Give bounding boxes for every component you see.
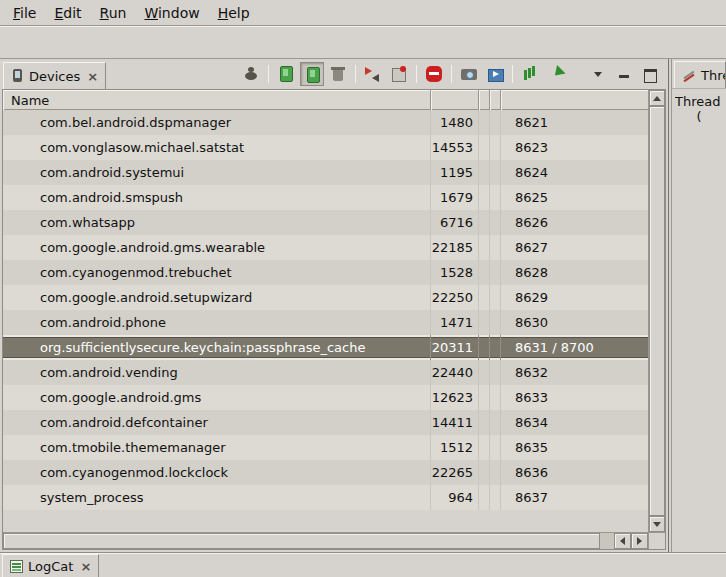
process-port: 8634 [501,410,648,435]
heap-indicator-cell [479,435,490,460]
process-pid: 22440 [431,360,479,385]
table-viewport: Name com.bel.android.dspmanager14808621c… [3,90,648,532]
menu-item-edit[interactable]: Edit [45,2,90,24]
process-pid: 22185 [431,235,479,260]
table-row[interactable]: com.whatsapp67168626 [3,210,648,235]
table-row[interactable]: com.android.vending224408632 [3,360,648,385]
close-icon[interactable]: × [80,559,91,574]
table-filler [3,510,648,532]
table-row[interactable]: com.google.android.gms.wearable221858627 [3,235,648,260]
process-port: 8623 [501,135,648,160]
scroll-left-button[interactable] [614,533,631,549]
process-port: 8632 [501,360,648,385]
update-heap-icon[interactable] [274,62,298,86]
vertical-scrollbar[interactable] [648,90,665,532]
thread-indicator-cell [490,335,501,360]
screen-capture-icon[interactable] [457,62,481,86]
column-header-port[interactable] [501,90,648,110]
column-header-name[interactable]: Name [3,90,431,110]
process-name: com.tmobile.thememanager [3,435,431,460]
menu-item-window[interactable]: Window [135,2,208,24]
stop-process-icon[interactable] [422,62,446,86]
arrow-right-icon [637,537,646,545]
process-pid: 1512 [431,435,479,460]
menu-item-run[interactable]: Run [91,2,136,24]
thread-indicator-cell [490,435,501,460]
heap-indicator-cell [479,260,490,285]
column-header-thread[interactable] [490,90,501,110]
dump-hprof-icon[interactable] [300,62,324,86]
close-icon[interactable]: × [87,69,98,84]
devices-view: Devices × Name com.bel.an [0,59,668,552]
scroll-right-button[interactable] [631,533,648,549]
thread-indicator-cell [490,110,501,135]
menu-item-file[interactable]: File [4,2,45,24]
process-port: 8633 [501,385,648,410]
horizontal-scrollbar[interactable] [3,532,648,549]
process-pid: 12623 [431,385,479,410]
process-pid: 1471 [431,310,479,335]
bottom-view-bar: LogCat × [0,552,726,577]
table-row[interactable]: com.android.phone14718630 [3,310,648,335]
table-row[interactable]: com.google.android.setupwizard222508629 [3,285,648,310]
start-method-profiling-icon[interactable] [387,62,411,86]
arrow-up-icon [653,92,661,101]
table-row[interactable]: com.android.smspush16798625 [3,185,648,210]
menu-item-help[interactable]: Help [209,2,259,24]
table-row[interactable]: com.google.android.gms126238633 [3,385,648,410]
horizontal-scroll-thumb[interactable] [3,533,600,549]
process-name: org.sufficientlysecure.keychain:passphra… [3,335,431,360]
table-row[interactable]: com.android.systemui11958624 [3,160,648,185]
thread-indicator-cell [490,360,501,385]
tab-devices[interactable]: Devices × [3,62,106,89]
table-row[interactable]: com.android.defcontainer144118634 [3,410,648,435]
tab-logcat[interactable]: LogCat × [2,554,99,577]
table-rows: com.bel.android.dspmanager14808621com.vo… [3,110,648,510]
process-pid: 6716 [431,210,479,235]
scroll-up-button[interactable] [649,90,665,106]
view-menu-icon[interactable] [586,62,610,86]
horizontal-scroll-track[interactable] [600,533,614,549]
device-icon [11,69,24,83]
process-pid: 964 [431,485,479,510]
table-row[interactable]: system_process9648637 [3,485,648,510]
column-header-pid[interactable] [431,90,479,110]
process-port: 8630 [501,310,648,335]
tab-threads[interactable]: Threads × [674,61,726,88]
table-row[interactable]: com.bel.android.dspmanager14808621 [3,110,648,135]
table-row[interactable]: org.sufficientlysecure.keychain:passphra… [3,335,648,360]
maximize-icon[interactable] [638,62,662,86]
vertical-scroll-thumb[interactable] [649,106,665,516]
update-threads-icon[interactable] [361,62,385,86]
process-name: com.google.android.gms.wearable [3,235,431,260]
scroll-down-button[interactable] [649,516,665,532]
column-header-heap[interactable] [479,90,490,110]
table-row[interactable]: com.cyanogenmod.trebuchet15288628 [3,260,648,285]
table-row[interactable]: com.vonglasow.michael.satstat145538623 [3,135,648,160]
top-toolbar-strip [0,26,726,59]
process-pid: 14411 [431,410,479,435]
screen-record-icon[interactable] [483,62,507,86]
heap-indicator-cell [479,310,490,335]
thread-indicator-cell [490,210,501,235]
table-row[interactable]: com.cyanogenmod.lockclock222658636 [3,460,648,485]
table-row[interactable]: com.tmobile.thememanager15128635 [3,435,648,460]
thread-indicator-cell [490,260,501,285]
thread-indicator-cell [490,185,501,210]
system-info-icon[interactable] [518,62,542,86]
debug-icon[interactable] [239,62,263,86]
arrow-left-icon [616,537,625,545]
cause-gc-icon[interactable] [326,62,350,86]
heap-indicator-cell [479,160,490,185]
threads-view: Threads × Thread up ( [671,59,726,552]
toolbar-separator [416,65,417,83]
process-port: 8635 [501,435,648,460]
toolbar-separator [268,65,269,83]
hierarchy-view-icon[interactable] [544,62,568,86]
minimize-icon[interactable] [612,62,636,86]
process-port: 8627 [501,235,648,260]
toolbar-separator [355,65,356,83]
table-main: Name com.bel.android.dspmanager14808621c… [3,90,665,532]
devices-tab-label: Devices [29,69,80,84]
heap-indicator-cell [479,110,490,135]
